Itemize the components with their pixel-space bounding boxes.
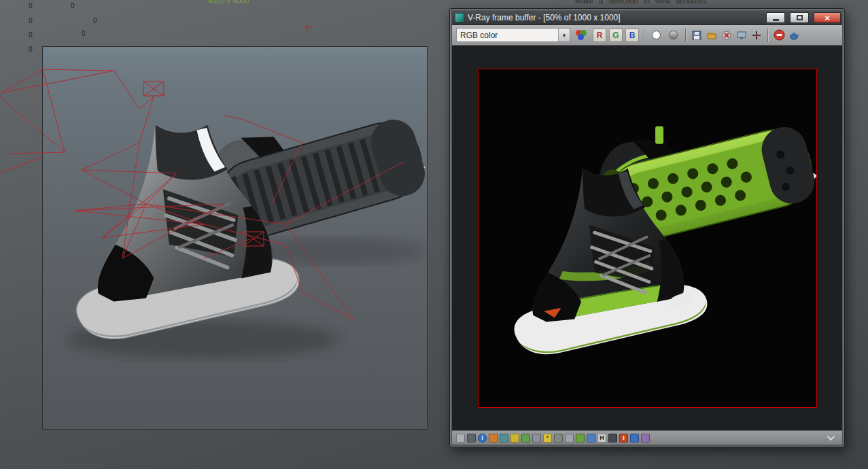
- hud-value: 0: [29, 31, 33, 39]
- hud-value: 0: [29, 2, 33, 10]
- hud-value: 0: [29, 46, 33, 53]
- green-channel-button[interactable]: G: [609, 29, 623, 42]
- hud-value: 0: [82, 30, 86, 37]
- full-view-icon[interactable]: [456, 434, 465, 442]
- channel-dropdown-value: RGB color: [457, 31, 558, 40]
- pan-zoom-icon[interactable]: [532, 434, 541, 442]
- intensity-icon[interactable]: I: [619, 434, 628, 442]
- corrections-panel-chevron-icon[interactable]: [827, 433, 835, 440]
- close-icon: ×: [824, 14, 830, 22]
- hud-value: 0: [29, 17, 33, 24]
- monitor-icon: [736, 30, 747, 41]
- viewport-scene: [43, 47, 428, 430]
- blue-dot-icon: [578, 34, 584, 40]
- crosshair-icon: [751, 30, 762, 41]
- track-mouse-button[interactable]: [750, 29, 763, 41]
- channel-dropdown[interactable]: RGB color ▾: [456, 28, 570, 42]
- test-resolution-icon[interactable]: [489, 434, 498, 442]
- maya-viewport[interactable]: [42, 46, 428, 430]
- duplicate-buffer-button[interactable]: [735, 29, 748, 41]
- background-toggle-icon[interactable]: [576, 434, 585, 442]
- minimize-button[interactable]: [766, 12, 785, 23]
- rendered-image[interactable]: [478, 69, 817, 408]
- maximize-button[interactable]: [790, 12, 809, 23]
- vray-frame-buffer-window: V-Ray frame buffer - [50% of 1000 x 1000…: [449, 8, 845, 447]
- window-title: V-Ray frame buffer - [50% of 1000 x 1000…: [468, 13, 761, 22]
- hud-value: 0: [71, 2, 75, 10]
- desktop: 0 0 0 0 0 0 0 0 4000 x 4000 Make a selec…: [0, 0, 868, 469]
- icc-profile-icon[interactable]: [554, 434, 563, 442]
- render-view-area: [452, 46, 842, 430]
- clear-icon: [721, 30, 732, 41]
- exposure-icon[interactable]: [608, 434, 617, 442]
- blue-channel-button[interactable]: B: [625, 29, 639, 42]
- color-clamp-icon[interactable]: [510, 434, 519, 442]
- close-button[interactable]: ×: [814, 12, 841, 23]
- chevron-down-icon[interactable]: ▾: [558, 29, 570, 41]
- stop-icon: [774, 29, 785, 41]
- load-image-button[interactable]: [706, 29, 718, 41]
- render-resolution-label: 4000 x 4000: [208, 0, 249, 5]
- vray-logo-icon: [455, 13, 464, 22]
- view-clamped-icon[interactable]: [521, 434, 530, 442]
- floppy-disk-icon: [691, 30, 702, 41]
- white-balance-icon[interactable]: [630, 434, 639, 442]
- maximize-icon: [797, 15, 803, 20]
- color-corrections-icon[interactable]: [641, 434, 650, 442]
- toolbar-separator: [644, 29, 644, 42]
- toolbar-separator: [767, 29, 768, 42]
- lut-icon[interactable]: *: [543, 434, 552, 442]
- vfb-bottom-toolbar: i * H I: [452, 430, 842, 445]
- render-last-button[interactable]: [788, 29, 800, 41]
- pixel-aspect-icon[interactable]: [500, 434, 508, 442]
- window-titlebar[interactable]: V-Ray frame buffer - [50% of 1000 x 1000…: [452, 11, 842, 25]
- minimize-icon: [773, 19, 779, 21]
- red-channel-button[interactable]: R: [593, 29, 606, 42]
- selection-hint-label: Make a selection to view attributes: [575, 0, 706, 5]
- info-icon[interactable]: i: [478, 434, 487, 442]
- monochrome-channel-button[interactable]: [669, 31, 678, 39]
- save-image-button[interactable]: [691, 29, 703, 41]
- render-scene: [479, 69, 816, 407]
- clear-image-button[interactable]: [721, 29, 733, 41]
- hud-value: 0: [93, 17, 97, 24]
- vfb-toolbar: RGB color ▾ R G B: [452, 25, 842, 46]
- display-correction-icon[interactable]: [565, 434, 574, 442]
- alpha-channel-button[interactable]: [652, 31, 661, 39]
- histogram-icon[interactable]: H: [597, 434, 606, 442]
- folder-open-icon: [706, 30, 717, 41]
- color-channels-icon[interactable]: [575, 29, 588, 41]
- toolbar-separator: [685, 29, 686, 42]
- srgb-icon[interactable]: [587, 434, 595, 442]
- stop-render-button[interactable]: [773, 29, 785, 41]
- compare-ab-icon[interactable]: [467, 434, 476, 442]
- teapot-icon: [788, 30, 800, 41]
